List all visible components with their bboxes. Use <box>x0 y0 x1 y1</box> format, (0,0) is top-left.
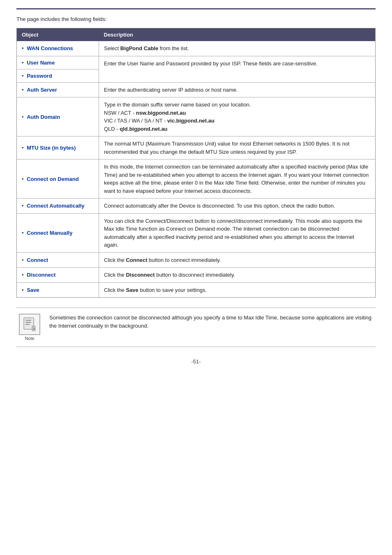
desc-cell: Click the Save button to save your setti… <box>99 282 376 298</box>
col-object-header: Object <box>17 28 99 42</box>
intro-text: The page includes the following fields: <box>16 16 376 22</box>
object-cell: • Auth Server <box>17 82 99 97</box>
desc-cell: Click the Connect button to connect imme… <box>99 252 376 268</box>
table-row: • Connect Automatically Connect automati… <box>17 199 376 214</box>
object-name: Connect <box>27 257 48 263</box>
desc-cell: Connect automatically after the Device i… <box>99 199 376 214</box>
desc-cell: In this mode, the Internet connection ca… <box>99 160 376 199</box>
note-text: Sometimes the connection cannot be disco… <box>49 314 376 330</box>
table-row: • Auth Server Enter the authenticating s… <box>17 82 376 97</box>
svg-text:✏: ✏ <box>33 328 35 331</box>
svg-rect-1 <box>25 320 31 321</box>
object-cell: • Password <box>17 69 99 82</box>
table-row: • Connect Manually You can click the Con… <box>17 213 376 252</box>
note-svg-icon: ✏ <box>22 317 37 332</box>
bullet: • <box>22 230 24 236</box>
object-cell: • Connect Manually <box>17 213 99 252</box>
object-name: WAN Connections <box>27 45 73 51</box>
bullet: • <box>22 272 24 278</box>
object-cell: • MTU Size (in bytes) <box>17 136 99 160</box>
object-name: Auth Domain <box>27 114 60 120</box>
table-row: • MTU Size (in bytes) The normal MTU (Ma… <box>17 136 376 160</box>
object-cell: • WAN Connections <box>17 41 99 56</box>
object-name: User Name <box>27 60 55 66</box>
object-name: Disconnect <box>27 272 55 278</box>
object-cell: • User Name <box>17 56 99 69</box>
desc-cell: The normal MTU (Maximum Transmission Uni… <box>99 136 376 160</box>
object-cell: • Connect on Demand <box>17 160 99 199</box>
object-name: Connect Automatically <box>27 203 84 209</box>
bullet: • <box>22 60 24 66</box>
page-number: -51- <box>16 358 376 365</box>
object-name: Save <box>27 287 39 293</box>
bullet: • <box>22 45 24 51</box>
object-cell: • Disconnect <box>17 268 99 283</box>
bullet: • <box>22 145 24 151</box>
object-cell: • Auth Domain <box>17 97 99 136</box>
fields-table: Object Description • WAN Connections Sel… <box>16 28 376 298</box>
table-row: • Save Click the Save button to save you… <box>17 282 376 298</box>
table-row: • User Name Enter the User Name and Pass… <box>17 56 376 69</box>
svg-rect-3 <box>25 324 30 325</box>
desc-cell: Click the Disconnect button to disconnec… <box>99 268 376 283</box>
table-row: • Auth Domain Type in the domain suffix … <box>17 97 376 136</box>
object-cell: • Connect Automatically <box>17 199 99 214</box>
bullet: • <box>22 176 24 182</box>
table-row: • WAN Connections Select BigPond Cable f… <box>17 41 376 56</box>
note-icon-container: ✏ Note <box>16 314 43 341</box>
bullet: • <box>22 287 24 293</box>
table-row: • Disconnect Click the Disconnect button… <box>17 268 376 283</box>
note-icon-image: ✏ <box>19 314 40 335</box>
desc-cell: Enter the authenticating server IP addre… <box>99 82 376 97</box>
svg-rect-2 <box>25 322 31 323</box>
desc-cell: You can click the Connect/Disconnect but… <box>99 213 376 252</box>
desc-cell: Enter the User Name and Password provide… <box>99 56 376 82</box>
bullet: • <box>22 73 24 79</box>
bullet: • <box>22 257 24 263</box>
note-box: ✏ Note Sometimes the connection cannot b… <box>16 308 376 347</box>
object-name: Connect on Demand <box>27 176 78 182</box>
bullet: • <box>22 114 24 120</box>
object-name: Password <box>27 73 52 79</box>
object-name: Auth Server <box>27 87 57 93</box>
object-cell: • Save <box>17 282 99 298</box>
desc-cell: Type in the domain suffix server name ba… <box>99 97 376 136</box>
top-border <box>16 8 376 9</box>
desc-cell: Select BigPond Cable from the list. <box>99 41 376 56</box>
object-name: MTU Size (in bytes) <box>27 145 76 151</box>
bullet: • <box>22 203 24 209</box>
note-label: Note <box>25 336 34 341</box>
bullet: • <box>22 87 24 93</box>
object-cell: • Connect <box>17 252 99 268</box>
col-desc-header: Description <box>99 28 376 42</box>
object-name: Connect Manually <box>27 230 72 236</box>
table-row: • Connect Click the Connect button to co… <box>17 252 376 268</box>
table-row: • Connect on Demand In this mode, the In… <box>17 160 376 199</box>
